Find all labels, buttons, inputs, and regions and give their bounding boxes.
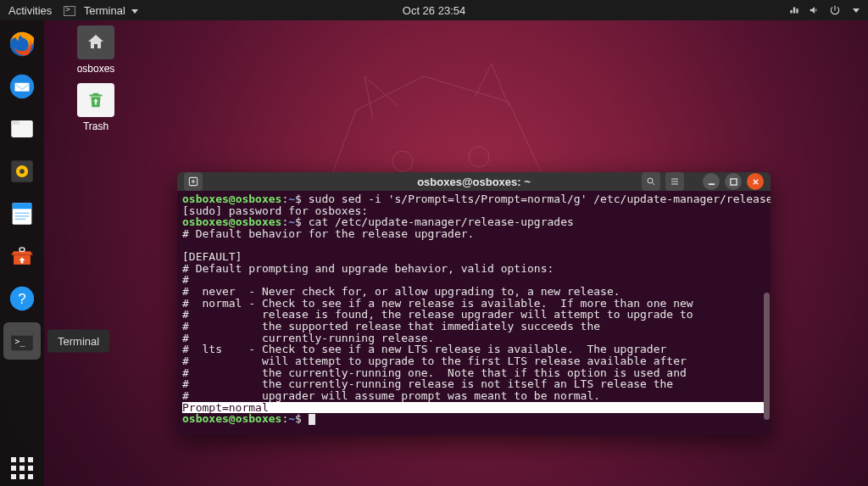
svg-rect-8 (13, 203, 32, 209)
maximize-button[interactable] (725, 173, 742, 190)
apps-grid-icon (11, 457, 33, 479)
svg-rect-13 (19, 248, 25, 251)
menu-button[interactable] (665, 172, 684, 191)
new-tab-button[interactable] (184, 172, 203, 191)
dock-help[interactable]: ? (3, 280, 41, 317)
dock-tooltip: Terminal (47, 330, 109, 353)
desktop-icon-label: osboxes (66, 63, 125, 75)
terminal-body[interactable]: osboxes@osboxes:~$ sudo sed -i 's/Prompt… (177, 191, 771, 435)
dock-ubuntu-software[interactable] (3, 237, 41, 275)
top-bar: Activities Terminal Oct 26 23:54 (0, 0, 868, 20)
svg-text:>_: >_ (15, 337, 25, 347)
svg-rect-9 (15, 213, 30, 214)
minimize-button[interactable] (703, 173, 720, 190)
svg-rect-23 (708, 183, 714, 185)
dock-rhythmbox[interactable] (3, 153, 41, 190)
svg-text:?: ? (18, 291, 25, 307)
svg-rect-17 (11, 332, 33, 336)
close-button[interactable] (747, 173, 764, 190)
show-applications-button[interactable] (0, 457, 44, 479)
desktop-icon-label: Trash (66, 120, 125, 132)
dock-firefox[interactable] (3, 25, 41, 63)
chevron-down-icon (131, 9, 138, 14)
activities-button[interactable]: Activities (8, 4, 52, 17)
search-button[interactable] (642, 172, 660, 191)
dock-thunderbird[interactable] (3, 68, 41, 105)
svg-point-22 (648, 178, 653, 183)
desktop-icon-trash[interactable]: Trash (66, 83, 125, 132)
desktop-icon-home[interactable]: osboxes (66, 25, 125, 75)
app-menu-label: Terminal (84, 4, 125, 17)
volume-icon[interactable] (809, 4, 821, 16)
dock: ? >_ Terminal (0, 20, 44, 486)
app-menu[interactable]: Terminal (64, 4, 138, 17)
svg-rect-10 (15, 215, 30, 216)
terminal-icon (64, 6, 75, 16)
terminal-window: osboxes@osboxes: ~ osboxes@osboxes:~$ su… (177, 172, 771, 435)
svg-rect-24 (730, 178, 736, 184)
dock-libreoffice-writer[interactable] (3, 195, 41, 232)
dock-files[interactable] (3, 110, 41, 148)
svg-rect-3 (11, 120, 19, 125)
clock[interactable]: Oct 26 23:54 (403, 4, 465, 17)
cursor (309, 414, 315, 425)
highlighted-line: Prompt=normal (182, 402, 765, 414)
scrollbar[interactable] (764, 293, 770, 420)
svg-rect-11 (15, 219, 26, 220)
dock-terminal[interactable]: >_ Terminal (3, 322, 41, 360)
svg-point-19 (392, 151, 413, 171)
svg-point-6 (19, 169, 25, 174)
svg-point-20 (469, 147, 489, 167)
window-title: osboxes@osboxes: ~ (417, 176, 531, 188)
chevron-down-icon (853, 8, 860, 13)
power-icon[interactable] (829, 4, 841, 16)
network-icon[interactable] (788, 4, 800, 16)
terminal-titlebar[interactable]: osboxes@osboxes: ~ (177, 172, 771, 191)
